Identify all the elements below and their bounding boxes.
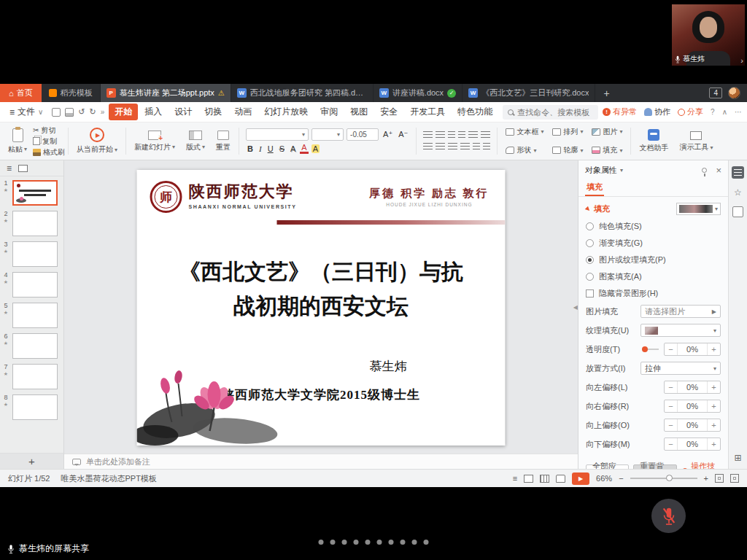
slide-thumbnail-8[interactable]: 8★ — [1, 394, 61, 420]
doc-assistant-button[interactable]: 文档助手 — [634, 124, 673, 158]
align-left-icon[interactable] — [423, 143, 433, 151]
increase-indent-icon[interactable] — [458, 131, 465, 139]
app-grid-icon[interactable]: ⊞ — [734, 453, 741, 463]
tab-document-docx-2[interactable]: W 讲座讲稿.docx ✓ — [374, 84, 462, 102]
fill-button[interactable]: 填充 ▾ — [592, 143, 622, 159]
placement-select[interactable]: 拉伸 ▾ — [640, 362, 721, 375]
redo-icon[interactable]: ↻ — [90, 107, 96, 117]
dot[interactable] — [424, 540, 429, 545]
radio-solid-fill[interactable]: 纯色填充(S) — [586, 221, 721, 232]
new-tab-button[interactable]: + — [595, 84, 617, 102]
thumbnail-view-icon[interactable] — [18, 165, 28, 172]
dot[interactable] — [342, 540, 347, 545]
strikethrough-button[interactable]: S — [278, 144, 286, 153]
tab-document-docx-1[interactable]: W 西北战地服务团研究 第四稿.docx — [231, 84, 374, 102]
picture-fill-select[interactable]: 请选择图片 ▶ — [640, 305, 721, 318]
fit-slide-icon[interactable] — [715, 474, 724, 483]
paste-button[interactable]: 粘贴▾ — [3, 124, 32, 158]
tab-document-ppt[interactable]: P 慕生炜讲座 第二场ppt.pptx ⚠ — [101, 84, 231, 102]
plus-button[interactable]: + — [708, 419, 720, 431]
search-input[interactable] — [517, 108, 593, 117]
justify-icon[interactable] — [460, 143, 470, 151]
fill-section-header[interactable]: 填充 ▾ — [586, 203, 721, 215]
undo-icon[interactable]: ↺ — [78, 107, 85, 117]
slide-thumbnail-2[interactable]: 2★ — [1, 211, 61, 236]
sync-abnormal-button[interactable]: ! 有异常 — [603, 106, 637, 117]
bullet-list-icon[interactable] — [423, 131, 433, 139]
dot[interactable] — [389, 540, 394, 545]
minus-button[interactable]: − — [665, 438, 677, 450]
dot[interactable] — [319, 540, 324, 545]
more-menu-icon[interactable]: ⋯ — [735, 108, 742, 116]
minus-button[interactable]: − — [665, 419, 677, 431]
slideshow-play-button[interactable]: ▶ — [572, 472, 589, 485]
dot[interactable] — [377, 540, 382, 545]
line-spacing-icon[interactable] — [468, 131, 478, 139]
plus-button[interactable]: + — [708, 381, 720, 393]
plus-button[interactable]: + — [708, 438, 720, 450]
align-objects-icon[interactable] — [483, 143, 490, 151]
collapse-ribbon-icon[interactable]: ∧ — [722, 108, 727, 116]
copy-button[interactable]: 复制 — [33, 136, 65, 146]
text-direction-icon[interactable] — [473, 143, 480, 151]
minus-button[interactable]: − — [665, 343, 677, 355]
radio-pattern-fill[interactable]: 图案填充(A) — [586, 271, 721, 282]
slide-canvas[interactable]: 师 陕西师范大学 SHAANXI NORMAL UNIVERSITY 厚德 积学… — [137, 170, 506, 446]
reading-view-icon[interactable] — [556, 475, 565, 483]
decrease-indent-icon[interactable] — [448, 131, 455, 139]
ribbon-tab-devtools[interactable]: 开发工具 — [404, 104, 451, 120]
text-shadow-button[interactable]: A — [289, 144, 297, 153]
slide-title[interactable]: 《西北文艺》（三日刊）与抗 战初期的西安文坛 — [137, 255, 506, 323]
share-button[interactable]: 分享 — [678, 106, 703, 117]
close-icon[interactable]: × — [716, 165, 721, 176]
textbox-button[interactable]: 文本框 ▾ — [506, 124, 543, 140]
checkbox-hide-background[interactable]: 隐藏背景图形(H) — [586, 288, 721, 299]
slide-sorter-view-icon[interactable] — [540, 475, 549, 483]
italic-button[interactable]: I — [258, 144, 263, 153]
window-manage-button[interactable]: 4 — [709, 88, 722, 98]
print-icon[interactable] — [65, 108, 74, 117]
slide-thumbnail-6[interactable]: 6★ — [1, 333, 61, 359]
zoom-percentage[interactable]: 66% — [596, 474, 612, 483]
collaborate-button[interactable]: 协作 — [644, 106, 670, 117]
tab-document-docx-3[interactable]: W 《西北文艺》三日刊研究.docx — [462, 84, 595, 102]
zoom-out-icon[interactable]: − — [619, 474, 623, 483]
ribbon-tab-slideshow[interactable]: 幻灯片放映 — [258, 104, 314, 120]
help-icon[interactable]: ? — [711, 108, 715, 116]
dot[interactable] — [354, 540, 359, 545]
numbered-list-icon[interactable] — [436, 131, 445, 139]
notes-toggle-icon[interactable]: ≡ — [513, 474, 517, 483]
slide-thumbnail-3[interactable]: 3★ — [1, 241, 61, 267]
pin-icon[interactable] — [702, 168, 707, 173]
dot[interactable] — [365, 540, 371, 545]
dropdown-icon[interactable]: ▾ — [620, 167, 623, 174]
command-search-box[interactable] — [503, 105, 598, 120]
fullscreen-icon[interactable] — [730, 474, 739, 483]
offset-right-stepper[interactable]: − 0% + — [664, 400, 721, 413]
layout-strip-icon[interactable] — [732, 206, 743, 217]
ribbon-tab-insert[interactable]: 插入 — [139, 104, 168, 120]
ribbon-tab-start[interactable]: 开始 — [109, 104, 138, 120]
normal-view-icon[interactable] — [524, 475, 533, 483]
ribbon-tab-view[interactable]: 视图 — [344, 104, 374, 120]
transparency-stepper[interactable]: − 0% + — [664, 343, 721, 356]
add-slide-button[interactable]: + — [0, 453, 63, 469]
outline-view-icon[interactable]: ≡ — [7, 163, 12, 174]
char-spacing-input[interactable]: -0.05 — [347, 128, 379, 141]
cut-button[interactable]: ✂ 剪切 — [33, 125, 65, 135]
webcam-expand-chevron-icon[interactable]: › — [740, 56, 743, 65]
properties-strip-icon[interactable] — [732, 166, 744, 179]
tab-docer-templates[interactable]: 稻壳模板 — [42, 84, 101, 102]
transparency-slider[interactable] — [642, 349, 659, 350]
highlight-button[interactable]: A — [311, 144, 320, 153]
minus-button[interactable]: − — [665, 381, 677, 393]
ribbon-tab-features[interactable]: 特色功能 — [452, 104, 498, 120]
slide-thumbnail-4[interactable]: 4★ — [1, 272, 61, 298]
slide-editor-canvas[interactable]: 师 陕西师范大学 SHAANXI NORMAL UNIVERSITY 厚德 积学… — [64, 160, 578, 454]
columns-icon[interactable] — [481, 131, 490, 139]
arrange-button[interactable]: 排列 ▾ — [552, 124, 583, 140]
plus-button[interactable]: + — [708, 343, 720, 355]
ribbon-tab-review[interactable]: 审阅 — [314, 104, 344, 120]
reset-button[interactable]: 重置 — [211, 124, 236, 158]
minus-button[interactable]: − — [665, 400, 677, 412]
